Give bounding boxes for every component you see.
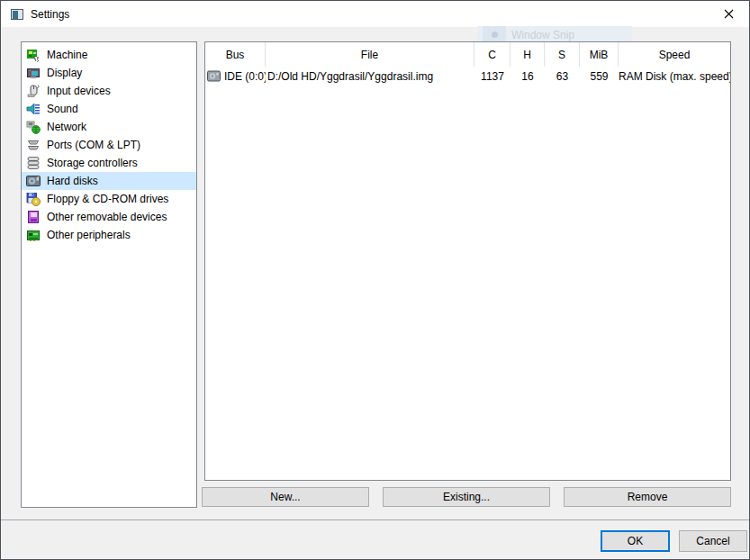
column-header-s[interactable]: S	[545, 42, 580, 67]
sidebar-item-display[interactable]: Display	[22, 64, 196, 82]
cell-speed: RAM Disk (max. speed)	[619, 70, 730, 83]
sidebar-item-other-removable[interactable]: Other removable devices	[22, 208, 196, 226]
input-devices-icon	[26, 84, 41, 98]
settings-category-list: Machine Display	[21, 41, 197, 508]
network-icon	[26, 120, 41, 134]
remove-button[interactable]: Remove	[564, 487, 731, 507]
sidebar-item-label: Input devices	[47, 85, 111, 97]
sidebar-item-label: Sound	[47, 103, 78, 115]
hard-disk-icon	[207, 70, 221, 82]
display-icon	[26, 66, 41, 80]
table-row[interactable]: IDE (0:0) D:/Old HD/Yggdrasil/Yggdrasil.…	[205, 67, 730, 86]
cell-file: D:/Old HD/Yggdrasil/Yggdrasil.img	[266, 70, 474, 83]
sidebar-item-label: Hard disks	[47, 175, 98, 187]
cell-bus: IDE (0:0)	[224, 70, 266, 83]
footer-divider	[1, 519, 750, 520]
column-header-h[interactable]: H	[511, 42, 545, 67]
settings-dialog: Settings Window Snip	[0, 0, 750, 560]
table-header: Bus File C H S MiB Speed	[205, 42, 730, 67]
cell-cylinders: 1137	[474, 70, 511, 83]
cell-sectors: 63	[545, 70, 580, 83]
sidebar-item-label: Storage controllers	[47, 157, 138, 169]
column-header-c[interactable]: C	[474, 42, 511, 67]
cell-heads: 16	[511, 70, 545, 83]
column-header-file[interactable]: File	[266, 42, 474, 67]
peripherals-icon	[26, 228, 41, 242]
removable-device-icon	[26, 210, 41, 224]
hard-disks-table: Bus File C H S MiB Speed IDE (0:0)	[204, 41, 731, 481]
sidebar-item-label: Display	[47, 67, 82, 79]
sidebar-item-other-peripherals[interactable]: Other peripherals	[22, 226, 196, 244]
sidebar-item-floppy-cdrom[interactable]: Floppy & CD-ROM drives	[22, 190, 196, 208]
hard-disk-icon	[26, 174, 41, 188]
sidebar-item-label: Other removable devices	[47, 211, 167, 223]
titlebar[interactable]: Settings	[1, 1, 749, 27]
window-title: Settings	[31, 8, 69, 21]
sidebar-item-label: Network	[47, 121, 86, 133]
close-button[interactable]	[708, 1, 749, 27]
close-icon	[724, 9, 734, 19]
ok-button[interactable]: OK	[601, 530, 670, 552]
column-header-speed[interactable]: Speed	[619, 42, 730, 67]
existing-button[interactable]: Existing...	[383, 487, 550, 507]
sidebar-item-network[interactable]: Network	[22, 118, 196, 136]
sidebar-item-storage-controllers[interactable]: Storage controllers	[22, 154, 196, 172]
sidebar-item-label: Ports (COM & LPT)	[47, 139, 140, 151]
new-button[interactable]: New...	[202, 487, 369, 507]
cancel-button[interactable]: Cancel	[679, 530, 747, 552]
sound-icon	[26, 102, 41, 116]
sidebar-item-input-devices[interactable]: Input devices	[22, 82, 196, 100]
column-header-bus[interactable]: Bus	[205, 42, 266, 67]
sidebar-item-label: Other peripherals	[47, 229, 131, 241]
floppy-cdrom-icon	[26, 192, 41, 206]
sidebar-item-sound[interactable]: Sound	[22, 100, 196, 118]
sidebar-item-label: Floppy & CD-ROM drives	[47, 193, 168, 205]
window-snip-label: Window Snip	[511, 29, 574, 41]
machine-icon	[26, 48, 41, 62]
ports-icon	[26, 138, 41, 152]
sidebar-item-hard-disks[interactable]: Hard disks	[22, 172, 196, 190]
storage-controllers-icon	[26, 156, 41, 170]
app-icon	[10, 7, 24, 22]
sidebar-item-machine[interactable]: Machine	[22, 46, 196, 64]
column-header-mib[interactable]: MiB	[580, 42, 619, 67]
sidebar-item-ports[interactable]: Ports (COM & LPT)	[22, 136, 196, 154]
cell-mib: 559	[580, 70, 619, 83]
sidebar-item-label: Machine	[47, 49, 87, 61]
